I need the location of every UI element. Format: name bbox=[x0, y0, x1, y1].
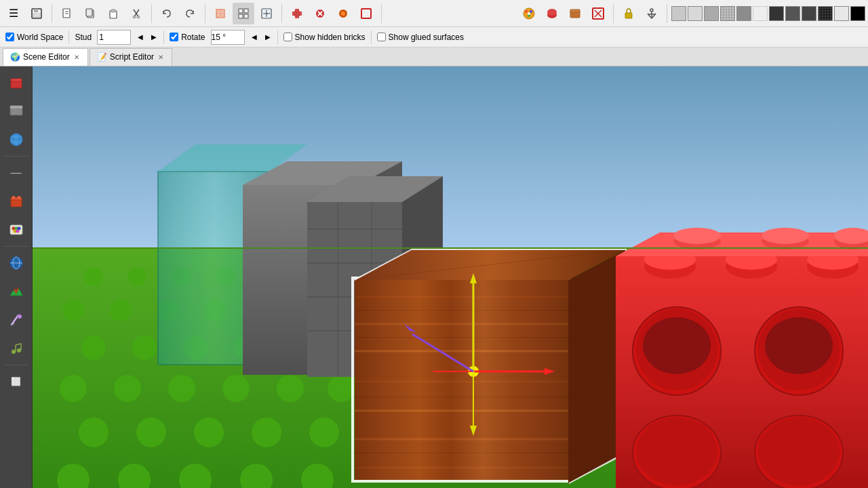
svg-point-46 bbox=[650, 9, 653, 12]
save-button[interactable] bbox=[26, 3, 47, 24]
main-layout: — bbox=[0, 66, 868, 488]
svg-point-37 bbox=[528, 12, 530, 15]
scene-editor-close[interactable]: ✕ bbox=[73, 54, 81, 61]
sidebar-layer[interactable] bbox=[3, 98, 30, 125]
rotate-label: Rotate bbox=[170, 33, 205, 42]
undo-button[interactable] bbox=[156, 3, 178, 24]
stud-prev[interactable]: ◀ bbox=[136, 32, 144, 42]
svg-line-80 bbox=[16, 344, 21, 345]
rotate-input[interactable] bbox=[211, 30, 245, 45]
swatch-black[interactable] bbox=[850, 6, 865, 21]
show-glued-checkbox[interactable] bbox=[377, 33, 386, 41]
show-hidden-label[interactable]: Show hidden bricks bbox=[283, 33, 366, 42]
swatch-lightgray[interactable] bbox=[671, 6, 686, 21]
sidebar-bottom[interactable]: ⬜ bbox=[3, 368, 30, 395]
show-hidden-checkbox[interactable] bbox=[283, 33, 292, 41]
svg-point-111 bbox=[132, 336, 157, 360]
paste-button[interactable] bbox=[102, 3, 124, 24]
copy-button[interactable] bbox=[79, 3, 101, 24]
separator5 bbox=[381, 4, 382, 23]
svg-point-60 bbox=[18, 196, 20, 199]
svg-point-126 bbox=[328, 375, 355, 402]
box-tool-button[interactable] bbox=[564, 3, 586, 24]
world-space-checkbox[interactable] bbox=[5, 33, 14, 41]
swatch-charcoal[interactable] bbox=[785, 6, 800, 21]
show-glued-label[interactable]: Show glued surfaces bbox=[377, 33, 464, 42]
scene-editor-tab[interactable]: 🌍 Scene Editor ✕ bbox=[3, 48, 88, 66]
separator7 bbox=[667, 4, 667, 23]
sep bbox=[68, 30, 69, 44]
select-region-button[interactable] bbox=[210, 3, 231, 24]
sidebar-world[interactable] bbox=[3, 126, 30, 153]
scene-editor-icon: 🌍 bbox=[10, 52, 20, 62]
script-editor-icon: 📝 bbox=[97, 52, 107, 62]
rotate-next[interactable]: ▶ bbox=[264, 32, 272, 42]
stud-next[interactable]: ▶ bbox=[150, 32, 158, 42]
svg-point-12 bbox=[133, 16, 136, 18]
secondary-toolbar: World Space Stud ◀ ▶ Rotate ◀ ▶ Show hid… bbox=[0, 27, 868, 47]
swatch-darkcharcoal[interactable] bbox=[802, 6, 816, 21]
left-sidebar: — bbox=[0, 66, 33, 488]
sidebar-palette2[interactable] bbox=[3, 216, 30, 243]
delete-button[interactable] bbox=[309, 3, 331, 24]
sidebar-tools[interactable] bbox=[3, 306, 30, 333]
svg-point-133 bbox=[194, 418, 224, 447]
rotate-prev[interactable]: ◀ bbox=[250, 32, 258, 42]
svg-rect-2 bbox=[33, 14, 40, 17]
swatch-darkgray[interactable] bbox=[769, 6, 784, 21]
rotate-checkbox[interactable] bbox=[170, 33, 178, 41]
sep2 bbox=[163, 30, 164, 44]
svg-point-98 bbox=[110, 300, 132, 321]
scene-editor-label: Scene Editor bbox=[23, 52, 70, 62]
redo-button[interactable] bbox=[179, 3, 201, 24]
svg-point-210 bbox=[673, 228, 721, 244]
swatch-white[interactable] bbox=[753, 6, 768, 21]
new-button[interactable] bbox=[56, 3, 78, 24]
sidebar-bricks2[interactable] bbox=[3, 188, 30, 215]
svg-rect-17 bbox=[239, 9, 243, 13]
sidebar-collapse[interactable]: — bbox=[3, 159, 30, 186]
swatch-gray1[interactable] bbox=[704, 6, 719, 21]
crosshair-button[interactable] bbox=[286, 3, 308, 24]
swatch-gray3[interactable] bbox=[736, 6, 751, 21]
sidebar-terrain[interactable] bbox=[3, 278, 30, 305]
move-button[interactable] bbox=[256, 3, 277, 24]
world-space-label[interactable]: World Space bbox=[5, 33, 63, 42]
swatch-silver[interactable] bbox=[688, 6, 703, 21]
delete-box-button[interactable] bbox=[587, 3, 609, 24]
scene-svg bbox=[33, 66, 868, 488]
separator bbox=[52, 4, 52, 23]
cut-button[interactable] bbox=[125, 3, 147, 24]
script-editor-tab[interactable]: 📝 Script Editor ✕ bbox=[90, 48, 172, 66]
stud-input[interactable] bbox=[97, 30, 131, 45]
sidebar-music[interactable] bbox=[3, 335, 30, 362]
svg-point-76 bbox=[12, 350, 16, 354]
sidebar-models[interactable] bbox=[3, 69, 30, 96]
svg-point-205 bbox=[636, 418, 717, 485]
svg-point-212 bbox=[762, 228, 809, 244]
script-editor-close[interactable]: ✕ bbox=[157, 54, 165, 61]
swatch-nearblack[interactable] bbox=[818, 6, 833, 21]
red-tool-button[interactable] bbox=[541, 3, 563, 24]
svg-point-74 bbox=[18, 314, 22, 319]
swatch-gray2[interactable] bbox=[720, 6, 735, 21]
script-editor-label: Script Editor bbox=[110, 52, 154, 62]
tab-bar: 🌍 Scene Editor ✕ 📝 Script Editor ✕ bbox=[0, 47, 868, 66]
box-button[interactable] bbox=[355, 3, 377, 24]
palette-button[interactable] bbox=[518, 3, 540, 24]
menu-button[interactable]: ☰ bbox=[3, 3, 24, 24]
grid-button[interactable] bbox=[233, 3, 254, 24]
sidebar-globe[interactable] bbox=[3, 249, 30, 277]
separator2 bbox=[151, 4, 152, 23]
viewport[interactable] bbox=[33, 66, 868, 488]
anchor-button[interactable] bbox=[641, 3, 663, 24]
svg-point-13 bbox=[137, 16, 140, 18]
paint-button[interactable] bbox=[332, 3, 354, 24]
lock-button[interactable] bbox=[618, 3, 639, 24]
svg-rect-176 bbox=[355, 280, 568, 480]
svg-point-122 bbox=[114, 375, 141, 402]
swatch-offwhite[interactable] bbox=[834, 6, 849, 21]
sep3 bbox=[277, 30, 278, 44]
sidebar-sep2 bbox=[4, 246, 28, 247]
svg-point-34 bbox=[525, 10, 528, 13]
